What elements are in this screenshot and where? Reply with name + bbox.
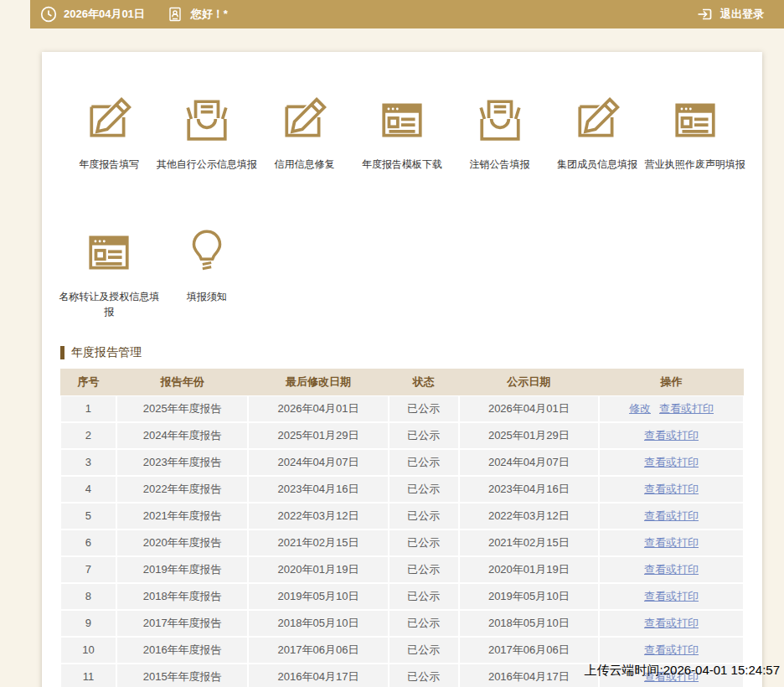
form-icon xyxy=(378,96,426,144)
cell-last-modified: 2021年02月15日 xyxy=(248,529,388,556)
cell-actions: 查看或打印 xyxy=(599,556,744,583)
column-header: 报告年份 xyxy=(116,369,248,395)
cell-last-modified: 2017年06月06日 xyxy=(248,637,388,664)
bulb-icon xyxy=(183,228,231,276)
cell-publish-date: 2017年06月06日 xyxy=(459,637,599,664)
cell-report-year: 2019年年度报告 xyxy=(116,556,248,583)
topbar: 2026年04月01日 您好！* 退出登录 xyxy=(30,0,784,28)
inbox-icon xyxy=(476,96,524,144)
cell-publish-date: 2016年04月17日 xyxy=(459,664,599,687)
cell-status: 已公示 xyxy=(389,583,459,610)
edit-icon xyxy=(85,96,133,144)
column-header: 状态 xyxy=(389,369,459,395)
cell-status: 已公示 xyxy=(389,503,459,529)
cell-status: 已公示 xyxy=(389,664,459,687)
cell-status: 已公示 xyxy=(389,529,459,556)
view-print-link[interactable]: 查看或打印 xyxy=(644,456,699,468)
shortcut-label: 集团成员信息填报 xyxy=(543,157,652,173)
shortcut-item-9[interactable]: 填报须知 xyxy=(158,228,256,320)
modify-link[interactable]: 修改 xyxy=(629,402,651,415)
cell-last-modified: 2022年03月12日 xyxy=(248,503,388,529)
view-print-link[interactable]: 查看或打印 xyxy=(644,617,699,629)
shortcut-item-1[interactable]: 年度报告填写 xyxy=(60,96,158,173)
topbar-date: 2026年04月01日 xyxy=(64,7,145,22)
table-row: 82018年年度报告2019年05月10日已公示2019年05月10日查看或打印 xyxy=(60,583,744,610)
table-row: 92017年年度报告2018年05月10日已公示2018年05月10日查看或打印 xyxy=(60,610,744,637)
cell-status: 已公示 xyxy=(389,556,459,583)
cell-report-year: 2020年年度报告 xyxy=(116,529,248,556)
logout-button[interactable]: 退出登录 xyxy=(697,6,764,23)
cell-last-modified: 2016年04月17日 xyxy=(248,664,388,687)
view-print-link[interactable]: 查看或打印 xyxy=(644,509,699,522)
shortcut-item-8[interactable]: 名称转让及授权信息填报 xyxy=(60,228,158,320)
shortcut-item-2[interactable]: 其他自行公示信息填报 xyxy=(158,96,256,173)
shortcut-label: 其他自行公示信息填报 xyxy=(152,157,261,173)
cell-report-year: 2016年年度报告 xyxy=(116,637,248,664)
shortcut-label: 注销公告填报 xyxy=(446,157,554,173)
cell-status: 已公示 xyxy=(389,637,459,664)
logout-label: 退出登录 xyxy=(720,7,764,22)
cell-publish-date: 2025年01月29日 xyxy=(459,422,599,449)
cell-actions: 查看或打印 xyxy=(599,476,744,503)
cell-status: 已公示 xyxy=(389,476,459,503)
view-print-link[interactable]: 查看或打印 xyxy=(644,536,699,549)
view-print-link[interactable]: 查看或打印 xyxy=(659,402,714,415)
view-print-link[interactable]: 查看或打印 xyxy=(644,590,699,602)
cell-publish-date: 2024年04月07日 xyxy=(459,449,599,476)
cell-report-year: 2017年年度报告 xyxy=(116,610,248,637)
view-print-link[interactable]: 查看或打印 xyxy=(644,429,699,442)
view-print-link[interactable]: 查看或打印 xyxy=(644,563,699,576)
cell-last-modified: 2019年05月10日 xyxy=(248,583,388,610)
column-header: 最后修改日期 xyxy=(248,369,388,395)
table-row: 102016年年度报告2017年06月06日已公示2017年06月06日查看或打… xyxy=(60,637,744,664)
cell-serial: 5 xyxy=(60,503,116,529)
cell-report-year: 2015年年度报告 xyxy=(116,664,248,687)
cell-publish-date: 2021年02月15日 xyxy=(459,529,599,556)
cell-publish-date: 2019年05月10日 xyxy=(459,583,599,610)
shortcut-item-4[interactable]: 年度报告模板下载 xyxy=(353,96,451,173)
cell-publish-date: 2026年04月01日 xyxy=(459,395,599,422)
table-row: 42022年年度报告2023年04月16日已公示2023年04月16日查看或打印 xyxy=(60,476,744,503)
table-row: 22024年年度报告2025年01月29日已公示2025年01月29日查看或打印 xyxy=(60,422,744,449)
shortcut-label: 年度报告模板下载 xyxy=(348,157,456,173)
cell-report-year: 2024年年度报告 xyxy=(116,422,248,449)
upload-time-overlay: 上传云端时间:2026-04-01 15:24:57 xyxy=(585,663,780,679)
cell-status: 已公示 xyxy=(389,449,459,476)
shortcut-item-6[interactable]: 集团成员信息填报 xyxy=(549,96,647,173)
cell-last-modified: 2018年05月10日 xyxy=(248,610,388,637)
cell-serial: 10 xyxy=(60,637,116,664)
cell-serial: 4 xyxy=(60,476,116,503)
cell-publish-date: 2023年04月16日 xyxy=(459,476,599,503)
cell-serial: 11 xyxy=(60,664,116,687)
user-badge-icon xyxy=(167,6,183,23)
shortcut-item-5[interactable]: 注销公告填报 xyxy=(451,96,549,173)
cell-last-modified: 2020年01月19日 xyxy=(248,556,388,583)
table-header: 序号报告年份最后修改日期状态公示日期操作 xyxy=(60,369,744,395)
cell-report-year: 2021年年度报告 xyxy=(116,503,248,529)
edit-icon xyxy=(280,96,328,144)
edit-icon xyxy=(573,96,622,144)
cell-report-year: 2023年年度报告 xyxy=(116,449,248,476)
view-print-link[interactable]: 查看或打印 xyxy=(644,643,699,656)
shortcut-label: 营业执照作废声明填报 xyxy=(641,157,750,173)
cell-status: 已公示 xyxy=(389,422,459,449)
cell-report-year: 2022年年度报告 xyxy=(116,476,248,503)
form-icon xyxy=(671,96,720,144)
section-title-bar xyxy=(60,346,64,359)
section-title-text: 年度报告管理 xyxy=(71,345,142,360)
cell-serial: 7 xyxy=(60,556,116,583)
topbar-greeting: 您好！* xyxy=(191,7,228,22)
cell-actions: 查看或打印 xyxy=(599,529,744,556)
view-print-link[interactable]: 查看或打印 xyxy=(644,483,699,495)
shortcut-item-3[interactable]: 信用信息修复 xyxy=(255,96,353,173)
cell-actions: 查看或打印 xyxy=(599,422,744,449)
cell-last-modified: 2026年04月01日 xyxy=(248,395,388,422)
cell-last-modified: 2023年04月16日 xyxy=(248,476,388,503)
cell-publish-date: 2022年03月12日 xyxy=(459,503,599,529)
table-row: 72019年年度报告2020年01月19日已公示2020年01月19日查看或打印 xyxy=(60,556,744,583)
shortcut-item-7[interactable]: 营业执照作废声明填报 xyxy=(646,96,744,173)
column-header: 操作 xyxy=(599,369,744,395)
cell-actions: 查看或打印 xyxy=(599,637,744,664)
shortcut-label: 填报须知 xyxy=(152,289,261,305)
cell-serial: 8 xyxy=(60,583,116,610)
